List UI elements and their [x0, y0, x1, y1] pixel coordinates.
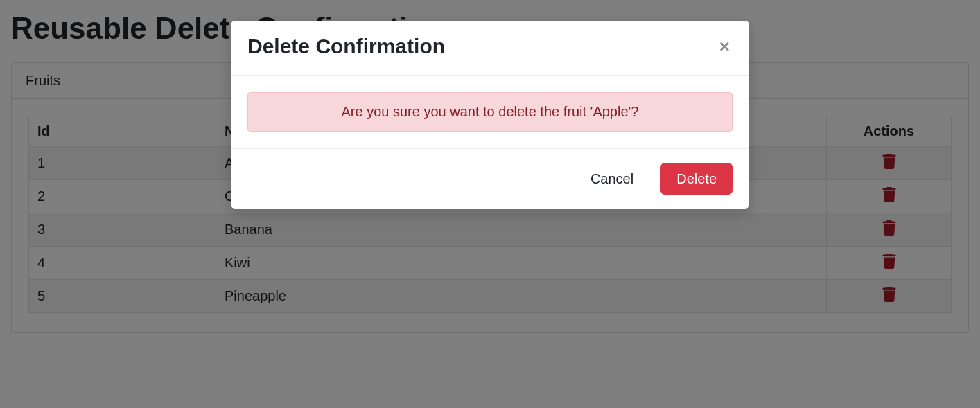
modal-title: Delete Confirmation: [247, 35, 445, 58]
delete-button[interactable]: Delete: [660, 163, 733, 195]
delete-warning-alert: Are you sure you want to delete the frui…: [247, 92, 733, 132]
close-icon[interactable]: ×: [717, 35, 733, 58]
delete-confirmation-modal: Delete Confirmation × Are you sure you w…: [231, 21, 749, 209]
cancel-button[interactable]: Cancel: [575, 163, 649, 195]
